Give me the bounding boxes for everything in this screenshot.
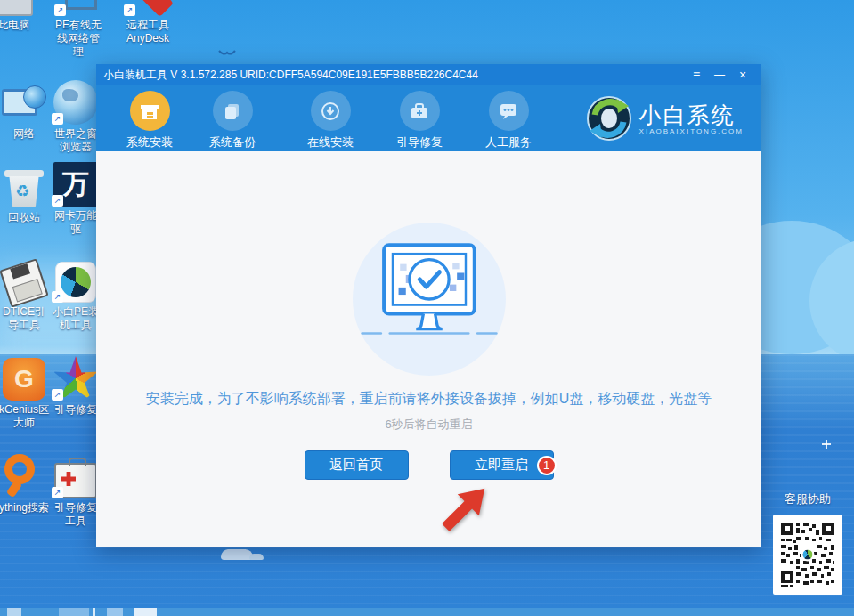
desktop-icon-label: 网卡万能驱 <box>50 209 102 236</box>
tab-human-service[interactable]: 人工服务 <box>468 91 549 150</box>
button-row: 返回首页 立即重启 1 <box>96 450 761 480</box>
notification-badge: 1 <box>537 456 557 475</box>
desktop-icon-label: PE有线无线网络管理 <box>53 19 104 59</box>
monitor-check-icon <box>356 239 502 360</box>
countdown-text: 6秒后将自动重启 <box>96 417 761 433</box>
nav-bar: 系统安装 系统备份 在线安装 引导修复 <box>96 85 761 151</box>
desktop-icon-label: ything搜索 <box>0 501 50 515</box>
restart-button-label: 立即重启 <box>475 457 528 472</box>
xiaobai-pe-icon: ↗ <box>50 256 102 303</box>
desktop-icon-label: 引导修复 <box>50 403 102 417</box>
desktop-icon-label: 小白PE装机工具 <box>50 305 102 332</box>
minimize-button[interactable]: — <box>708 65 731 85</box>
success-illustration <box>353 223 506 376</box>
sparkle <box>822 440 831 449</box>
tab-system-backup[interactable]: 系统备份 <box>191 91 273 150</box>
shortcut-arrow-icon: ↗ <box>52 487 63 498</box>
floppy-disk-icon <box>0 256 50 303</box>
qr-center-logo-icon <box>801 548 815 562</box>
pinwheel-icon: ↗ <box>50 354 102 401</box>
shortcut-arrow-icon: ↗ <box>52 195 63 207</box>
desktop-icon-diskgenius[interactable]: G kGenius区大师 <box>0 354 50 430</box>
desktop-icon-browser[interactable]: ↗ 世界之窗浏览器 <box>50 78 102 154</box>
completion-message: 安装完成，为了不影响系统部署，重启前请将外接设备拔掉，例如U盘，移动硬盘，光盘等 <box>96 390 761 409</box>
download-icon <box>311 91 351 131</box>
tab-label: 引导修复 <box>378 134 460 150</box>
recycle-bin-icon: ♻ <box>0 162 50 208</box>
desktop-icon-everything[interactable]: ything搜索 <box>0 452 50 515</box>
support-title: 客服协助 <box>761 491 854 507</box>
brand-name: 小白系统 <box>639 102 744 127</box>
menu-button[interactable]: ≡ <box>685 65 708 85</box>
desktop-icon-network[interactable]: 网络 <box>0 78 50 141</box>
desktop-icon-xiaobai-pe[interactable]: ↗ 小白PE装机工具 <box>50 256 102 332</box>
backup-copy-icon <box>213 91 253 131</box>
tab-label: 人工服务 <box>468 134 549 150</box>
pe-network-icon: ↗ <box>53 0 104 16</box>
back-home-button[interactable]: 返回首页 <box>305 450 409 480</box>
desktop-icon-label: 回收站 <box>0 211 50 224</box>
window-title: 小白装机工具 V 3.1.572.285 URID:CDFF5A594C09E1… <box>103 68 685 83</box>
desktop-icon-recycle-bin[interactable]: ♻ 回收站 <box>0 162 50 224</box>
network-icon <box>0 78 50 125</box>
desktop-icon-dtice[interactable]: DTICE引导工具 <box>0 256 50 332</box>
chat-icon <box>489 91 529 131</box>
tab-online-install[interactable]: 在线安装 <box>289 91 371 150</box>
shortcut-arrow-icon: ↗ <box>52 113 63 125</box>
globe-browser-icon: ↗ <box>50 78 102 125</box>
desktop-icon-label: kGenius区大师 <box>0 403 50 430</box>
shortcut-arrow-icon: ↗ <box>124 4 135 16</box>
tab-label: 系统备份 <box>191 134 273 150</box>
desktop: 此电脑 ↗ PE有线无线网络管理 ↗ 远程工具 AnyDesk 网络 ↗ 世界之… <box>0 0 854 616</box>
desktop-icon-label: 世界之窗浏览器 <box>50 127 102 154</box>
desktop-icon-label: 远程工具 AnyDesk <box>122 19 174 45</box>
titlebar[interactable]: 小白装机工具 V 3.1.572.285 URID:CDFF5A594C09E1… <box>96 64 761 85</box>
tab-label: 在线安装 <box>289 134 371 150</box>
restart-now-button[interactable]: 立即重启 1 <box>450 450 554 480</box>
seagull <box>218 49 236 58</box>
desktop-icon-boot-repair-tool[interactable]: ↗ 引导修复工具 <box>50 452 102 528</box>
brand-domain: XIAOBAIXITONG.COM <box>639 127 744 135</box>
desktop-icon-anydesk[interactable]: ↗ 远程工具 AnyDesk <box>122 0 174 45</box>
shortcut-arrow-icon: ↗ <box>52 389 63 401</box>
support-panel: 客服协助 <box>761 491 854 595</box>
install-box-icon <box>130 91 170 131</box>
toolbox-icon: ↗ <box>50 452 102 498</box>
taskbar[interactable] <box>0 608 854 616</box>
tab-system-install[interactable]: 系统安装 <box>109 91 191 150</box>
shortcut-arrow-icon: ↗ <box>54 4 66 16</box>
small-cloud <box>221 549 253 560</box>
this-pc-icon <box>0 0 39 16</box>
app-window: 小白装机工具 V 3.1.572.285 URID:CDFF5A594C09E1… <box>96 64 761 547</box>
desktop-icon-this-pc[interactable]: 此电脑 <box>0 0 39 32</box>
desktop-icon-label: 网络 <box>0 127 50 141</box>
shortcut-arrow-icon: ↗ <box>52 291 63 303</box>
xiaobai-logo-icon <box>586 95 632 142</box>
desktop-icon-label: DTICE引导工具 <box>0 305 50 332</box>
toolbox-icon <box>400 91 440 131</box>
magnifier-icon <box>0 452 50 498</box>
red-arrow-cursor <box>437 477 494 538</box>
desktop-icon-boot-repair[interactable]: ↗ 引导修复 <box>50 354 102 417</box>
tab-boot-repair[interactable]: 引导修复 <box>378 91 460 150</box>
window-content: 安装完成，为了不影响系统部署，重启前请将外接设备拔掉，例如U盘，移动硬盘，光盘等… <box>96 151 761 547</box>
qr-code <box>773 515 842 595</box>
anydesk-icon: ↗ <box>122 0 174 16</box>
diskgenius-icon: G <box>0 354 50 401</box>
desktop-icon-nic-driver[interactable]: 万 ↗ 网卡万能驱 <box>50 160 102 236</box>
desktop-icon-pe-network[interactable]: ↗ PE有线无线网络管理 <box>53 0 104 59</box>
tab-label: 系统安装 <box>109 134 191 150</box>
nic-driver-icon: 万 ↗ <box>50 160 102 207</box>
close-button[interactable]: × <box>731 65 754 85</box>
desktop-icon-label: 此电脑 <box>0 19 39 32</box>
desktop-icon-label: 引导修复工具 <box>50 501 102 528</box>
brand-logo: 小白系统 XIAOBAIXITONG.COM <box>586 95 744 142</box>
